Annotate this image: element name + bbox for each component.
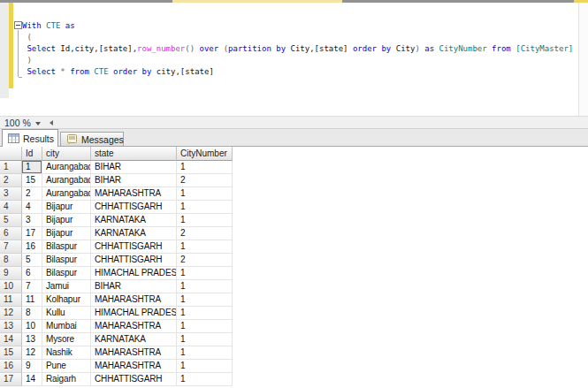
- grid-cell-id[interactable]: 5: [22, 254, 42, 267]
- grid-cell-city[interactable]: Kolhapur: [42, 293, 91, 307]
- grid-cell-id[interactable]: 15: [22, 174, 42, 187]
- grid-cell-city[interactable]: Mysore: [42, 333, 91, 346]
- row-number-cell[interactable]: 9: [0, 267, 22, 280]
- row-number-cell[interactable]: 3: [0, 187, 22, 201]
- row-number-cell[interactable]: 10: [0, 280, 22, 293]
- grid-cell-state[interactable]: BIHAR: [91, 174, 177, 187]
- row-number-cell[interactable]: 4: [0, 201, 22, 214]
- outline-collapse-icon[interactable]: [14, 21, 22, 29]
- grid-cell-id[interactable]: 7: [22, 280, 42, 293]
- grid-cell-city[interactable]: Nashik: [42, 346, 91, 360]
- zoom-level-value[interactable]: 100 %: [4, 118, 31, 128]
- grid-cell-citynumber[interactable]: 2: [177, 254, 233, 267]
- grid-cell-citynumber[interactable]: 1: [177, 307, 233, 320]
- zoom-dropdown-button[interactable]: [33, 117, 44, 128]
- grid-cell-city[interactable]: Bijapur: [42, 227, 91, 240]
- grid-cell-citynumber[interactable]: 1: [177, 293, 233, 307]
- grid-cell-id[interactable]: 3: [22, 214, 42, 227]
- editor-vertical-scrollbar[interactable]: [578, 3, 588, 116]
- grid-cell-city[interactable]: Aurangabad: [42, 187, 91, 201]
- grid-cell-city[interactable]: Bijapur: [42, 201, 91, 214]
- grid-cell-citynumber[interactable]: 1: [177, 201, 233, 214]
- grid-cell-state[interactable]: CHHATTISGARH: [91, 373, 177, 386]
- grid-cell-id[interactable]: 14: [22, 373, 42, 386]
- grid-cell-citynumber[interactable]: 1: [177, 373, 233, 386]
- grid-cell-id[interactable]: 17: [22, 227, 42, 240]
- grid-cell-state[interactable]: MAHARASHTRA: [91, 187, 177, 201]
- grid-cell-citynumber[interactable]: 1: [177, 240, 233, 254]
- code-line[interactable]: Select * from CTE order by city,[state]: [22, 66, 573, 78]
- row-number-cell[interactable]: 13: [0, 320, 22, 333]
- grid-cell-id[interactable]: 2: [22, 187, 42, 201]
- grid-cell-citynumber[interactable]: 2: [177, 227, 233, 240]
- grid-cell-state[interactable]: MAHARASHTRA: [91, 320, 177, 333]
- row-number-cell[interactable]: 14: [0, 333, 22, 346]
- grid-cell-state[interactable]: BIHAR: [91, 280, 177, 293]
- tab-messages[interactable]: Messages: [60, 132, 124, 147]
- grid-cell-city[interactable]: Jamui: [42, 280, 91, 293]
- code-line[interactable]: (: [22, 32, 573, 43]
- grid-cell-state[interactable]: BIHAR: [91, 161, 177, 174]
- grid-cell-citynumber[interactable]: 1: [177, 161, 233, 174]
- column-header-id[interactable]: Id: [22, 147, 42, 161]
- row-number-cell[interactable]: 2: [0, 174, 22, 187]
- row-number-cell[interactable]: 12: [0, 307, 22, 320]
- grid-cell-state[interactable]: HIMACHAL PRADESH: [91, 307, 177, 320]
- grid-cell-citynumber[interactable]: 1: [177, 320, 233, 333]
- sql-code[interactable]: With CTE as ( Select Id,city,[state],row…: [22, 20, 573, 78]
- grid-cell-citynumber[interactable]: 1: [177, 333, 233, 346]
- grid-cell-id[interactable]: 8: [22, 307, 42, 320]
- tab-results[interactable]: Results: [2, 129, 58, 147]
- grid-cell-state[interactable]: CHHATTISGARH: [91, 201, 177, 214]
- grid-cell-citynumber[interactable]: 2: [177, 174, 233, 187]
- row-number-cell[interactable]: 6: [0, 227, 22, 240]
- grid-cell-id[interactable]: 13: [22, 333, 42, 346]
- column-header-city[interactable]: city: [42, 147, 91, 161]
- column-header-state[interactable]: state: [91, 147, 177, 161]
- grid-cell-state[interactable]: KARNATAKA: [91, 214, 177, 227]
- grid-cell-citynumber[interactable]: 1: [177, 360, 233, 373]
- grid-cell-citynumber[interactable]: 1: [177, 346, 233, 360]
- row-number-cell[interactable]: 5: [0, 214, 22, 227]
- grid-cell-city[interactable]: Bijapur: [42, 214, 91, 227]
- grid-cell-state[interactable]: MAHARASHTRA: [91, 346, 177, 360]
- grid-cell-citynumber[interactable]: 1: [177, 214, 233, 227]
- grid-cell-citynumber[interactable]: 1: [177, 267, 233, 280]
- grid-cell-state[interactable]: MAHARASHTRA: [91, 360, 177, 373]
- code-line[interactable]: Select Id,city,[state],row_number() over…: [22, 43, 573, 55]
- grid-cell-id[interactable]: 16: [22, 240, 42, 254]
- row-number-cell[interactable]: 7: [0, 240, 22, 254]
- grid-cell-city[interactable]: Aurangabad: [42, 174, 91, 187]
- grid-cell-city[interactable]: Bilaspur: [42, 254, 91, 267]
- row-number-header[interactable]: [0, 147, 22, 161]
- grid-cell-state[interactable]: MAHARASHTRA: [91, 293, 177, 307]
- grid-cell-city[interactable]: Mumbai: [42, 320, 91, 333]
- row-number-cell[interactable]: 15: [0, 346, 22, 360]
- column-header-citynumber[interactable]: CityNumber: [177, 147, 233, 161]
- grid-cell-state[interactable]: KARNATAKA: [91, 227, 177, 240]
- grid-cell-city[interactable]: Bilaspur: [42, 267, 91, 280]
- row-number-cell[interactable]: 16: [0, 360, 22, 373]
- grid-cell-state[interactable]: CHHATTISGARH: [91, 240, 177, 254]
- grid-cell-city[interactable]: Aurangabad: [42, 161, 91, 174]
- grid-cell-id[interactable]: 9: [22, 360, 42, 373]
- sql-editor[interactable]: With CTE as ( Select Id,city,[state],row…: [0, 3, 588, 116]
- row-number-cell[interactable]: 17: [0, 373, 22, 386]
- row-number-cell[interactable]: 1: [0, 161, 22, 174]
- code-line[interactable]: ): [22, 55, 573, 66]
- grid-cell-state[interactable]: KARNATAKA: [91, 333, 177, 346]
- grid-cell-city[interactable]: Raigarh: [42, 373, 91, 386]
- grid-cell-city[interactable]: Kullu: [42, 307, 91, 320]
- grid-cell-id[interactable]: 10: [22, 320, 42, 333]
- grid-cell-citynumber[interactable]: 1: [177, 187, 233, 201]
- grid-cell-id[interactable]: 11: [22, 293, 42, 307]
- grid-cell-id[interactable]: 6: [22, 267, 42, 280]
- grid-cell-id[interactable]: 12: [22, 346, 42, 360]
- grid-cell-city[interactable]: Pune: [42, 360, 91, 373]
- row-number-cell[interactable]: 8: [0, 254, 22, 267]
- grid-cell-state[interactable]: HIMACHAL PRADESH: [91, 267, 177, 280]
- grid-cell-state[interactable]: CHHATTISGARH: [91, 254, 177, 267]
- grid-cell-city[interactable]: Bilaspur: [42, 240, 91, 254]
- grid-cell-id[interactable]: 4: [22, 201, 42, 214]
- grid-cell-citynumber[interactable]: 1: [177, 280, 233, 293]
